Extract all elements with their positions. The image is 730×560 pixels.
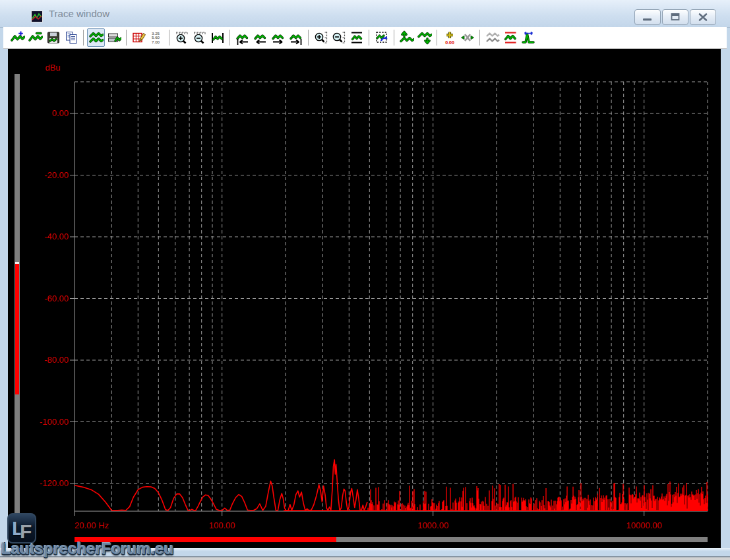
scroll-right-icon (271, 30, 286, 45)
titlebar: Trace window (0, 0, 730, 28)
value-table-button[interactable]: 3.255.607.00 (148, 28, 166, 47)
compare-curves-icon (485, 30, 500, 45)
zoom-out-y-button[interactable] (330, 28, 348, 47)
shift-down-icon (417, 30, 432, 45)
cursor-readout-icon: 0.00 (442, 30, 457, 45)
save-curve-button[interactable] (44, 28, 62, 47)
x-tick-label: 10000.00 (605, 520, 684, 530)
save-curve-icon (46, 30, 61, 45)
scroll-left-icon (253, 30, 268, 45)
y-tick-label: -40.00 (30, 232, 69, 241)
remove-curve-icon (28, 30, 43, 45)
compare-curves-button (483, 28, 501, 47)
overlay-curves-icon (89, 30, 104, 45)
svg-text:7.00: 7.00 (152, 40, 160, 44)
y-tick-label: -60.00 (30, 294, 69, 303)
scroll-left-end-icon (235, 30, 250, 45)
toolbar-separator (83, 30, 84, 46)
watermark-text: LautsprecherForum.eu (1, 540, 173, 558)
copy-curve-button[interactable] (62, 28, 80, 47)
time-markers-button[interactable] (519, 28, 537, 47)
scroll-left-button[interactable] (251, 28, 269, 47)
toolbar-separator (479, 30, 480, 46)
fit-x-button[interactable] (208, 28, 226, 47)
window-title: Trace window (49, 0, 109, 27)
toolbar-separator (369, 30, 369, 46)
toolbar-separator (169, 30, 169, 46)
shift-up-button[interactable] (398, 28, 415, 47)
cursor-off-button[interactable] (458, 28, 476, 47)
scroll-right-end-button[interactable] (287, 28, 305, 47)
zoom-out-x-icon (193, 30, 207, 45)
zoom-in-x-icon (175, 30, 189, 45)
cursor-off-icon (460, 30, 475, 45)
scroll-right-end-icon (289, 30, 303, 45)
cursor-readout-button[interactable]: 0.00 (441, 28, 458, 47)
x-tick-label: 100.00 (183, 520, 262, 530)
minimize-button[interactable] (634, 9, 661, 25)
edit-parameters-icon (132, 30, 146, 45)
curve-manager-icon (107, 30, 121, 45)
fit-y-button[interactable] (348, 28, 365, 47)
y-axis-unit-label: dBu (40, 63, 66, 73)
limit-lines-button[interactable] (501, 28, 519, 47)
plot-area[interactable] (8, 49, 721, 548)
toolbar-separator (308, 30, 309, 46)
time-markers-icon (521, 30, 535, 45)
x-tick-label: 20.00 Hz (75, 520, 109, 530)
scroll-right-button[interactable] (269, 28, 287, 47)
close-button[interactable] (690, 9, 716, 25)
zoom-out-y-icon (332, 30, 346, 45)
limit-lines-icon (503, 30, 518, 45)
shift-up-icon (400, 30, 414, 45)
y-tick-label: 0.00 (30, 108, 69, 118)
toolbar-separator (394, 30, 394, 46)
x-tick-label: 1000.00 (394, 520, 473, 530)
toolbar-separator (437, 30, 437, 46)
zoom-in-x-button[interactable] (173, 28, 191, 47)
zoom-selection-button[interactable] (373, 28, 390, 47)
copy-curve-icon (64, 30, 78, 45)
zoom-in-y-button[interactable] (312, 28, 330, 47)
trace-window: { "window": { "title": "Trace window", "… (0, 0, 730, 560)
zoom-out-x-button[interactable] (191, 28, 208, 47)
vertical-range-fill[interactable] (15, 264, 19, 394)
add-curve-button[interactable] (9, 28, 26, 47)
remove-curve-button[interactable] (26, 28, 44, 47)
shift-down-button[interactable] (415, 28, 433, 47)
scroll-left-end-button[interactable] (233, 28, 251, 47)
overlay-curves-button[interactable] (87, 28, 105, 47)
add-curve-icon (11, 30, 25, 45)
fit-x-icon (210, 30, 225, 45)
fit-y-icon (350, 30, 364, 45)
edit-parameters-button[interactable] (130, 28, 148, 47)
y-tick-label: -100.00 (30, 417, 69, 427)
svg-text:0.00: 0.00 (445, 40, 454, 45)
toolbar-separator (229, 30, 230, 46)
y-tick-label: -20.00 (30, 170, 69, 180)
app-icon (31, 11, 43, 22)
zoom-selection-icon (375, 30, 389, 45)
toolbar-separator (126, 30, 127, 46)
toolbar: 3.255.607.000.00 (3, 27, 727, 49)
restore-button[interactable] (662, 9, 688, 25)
curve-manager-button[interactable] (105, 28, 123, 47)
y-tick-label: -120.00 (30, 478, 69, 488)
value-table-icon: 3.255.607.00 (150, 30, 164, 45)
zoom-in-y-icon (314, 30, 328, 45)
y-tick-label: -80.00 (30, 355, 69, 365)
